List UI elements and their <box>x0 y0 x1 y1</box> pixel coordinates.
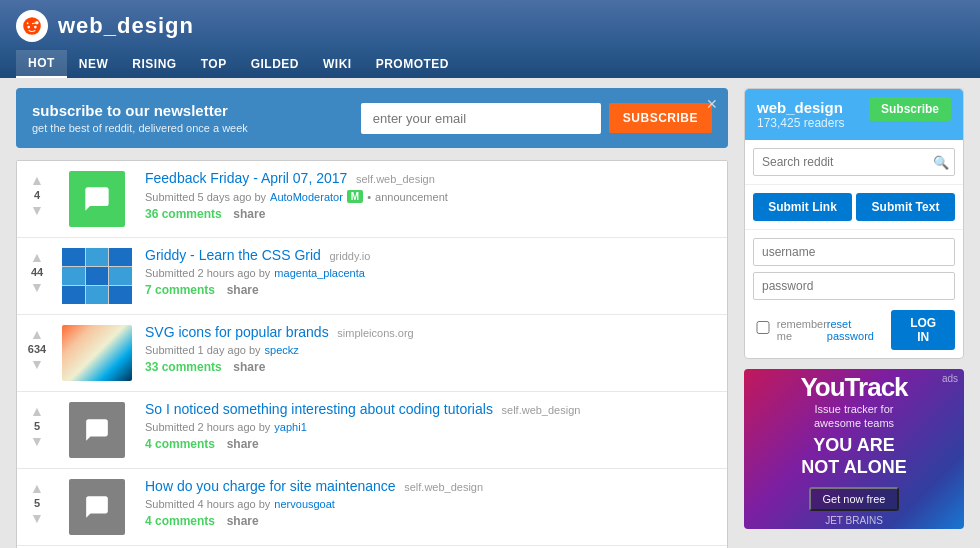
ad-brand: YouTrack <box>800 372 907 403</box>
post-body: SVG icons for popular brands simpleicons… <box>145 323 719 374</box>
sidebar: Subscribe web_design 173,425 readers 🔍 S… <box>744 88 964 548</box>
vote-column: ▲ 4 ▼ <box>17 169 57 217</box>
comments-link[interactable]: 4 comments <box>145 514 215 528</box>
post-tag: announcement <box>375 191 448 203</box>
author-name[interactable]: speckz <box>265 344 299 356</box>
ad-big-text: YOU ARE NOT ALONE <box>801 435 906 478</box>
remember-me-checkbox[interactable] <box>753 321 773 334</box>
post-item: ▲ 4 ▼ Feedback Friday - April 07, 2017 s… <box>17 161 727 238</box>
ad-cta-button[interactable]: Get now free <box>809 487 900 511</box>
password-input[interactable] <box>753 272 955 300</box>
post-meta: Submitted 2 hours ago by magenta_placent… <box>145 267 719 279</box>
comments-link[interactable]: 36 comments <box>145 207 222 221</box>
post-item: ▲ 5 ▼ How do you charge for site mainten… <box>17 469 727 546</box>
share-link[interactable]: share <box>233 360 265 374</box>
post-title[interactable]: Griddy - Learn the CSS Grid <box>145 247 321 263</box>
upvote-button[interactable]: ▲ <box>30 481 44 495</box>
post-title[interactable]: So I noticed something interesting about… <box>145 401 493 417</box>
upvote-button[interactable]: ▲ <box>30 173 44 187</box>
thumbnail <box>57 323 137 383</box>
submit-link-button[interactable]: Submit Link <box>753 193 852 221</box>
vote-count: 5 <box>34 497 40 509</box>
search-input[interactable] <box>753 148 955 176</box>
site-title: web_design <box>58 13 194 39</box>
self-post-thumb <box>69 402 125 458</box>
reset-password-link[interactable]: reset password <box>827 318 891 342</box>
share-link[interactable]: share <box>227 437 259 451</box>
downvote-button[interactable]: ▼ <box>30 280 44 294</box>
post-links: 33 comments share <box>145 359 719 374</box>
newsletter-text: subscribe to our newsletter get the best… <box>32 102 248 134</box>
downvote-button[interactable]: ▼ <box>30 434 44 448</box>
comments-link[interactable]: 33 comments <box>145 360 222 374</box>
comments-link[interactable]: 7 comments <box>145 283 215 297</box>
author-name[interactable]: yaphi1 <box>274 421 306 433</box>
submitted-text: Submitted 2 hours ago by <box>145 421 270 433</box>
svg-point-3 <box>34 26 37 29</box>
post-body: So I noticed something interesting about… <box>145 400 719 451</box>
vote-column: ▲ 5 ▼ <box>17 477 57 525</box>
submitted-text: Submitted 1 day ago by <box>145 344 261 356</box>
username-input[interactable] <box>753 238 955 266</box>
post-body: Griddy - Learn the CSS Grid griddy.io Su… <box>145 246 719 297</box>
submitted-text: Submitted 2 hours ago by <box>145 267 270 279</box>
downvote-button[interactable]: ▼ <box>30 203 44 217</box>
post-title[interactable]: How do you charge for site maintenance <box>145 478 396 494</box>
post-body: How do you charge for site maintenance s… <box>145 477 719 528</box>
newsletter-banner: subscribe to our newsletter get the best… <box>16 88 728 148</box>
close-icon[interactable]: ✕ <box>706 96 718 112</box>
nav-gilded[interactable]: GILDED <box>239 51 311 77</box>
share-link[interactable]: share <box>227 283 259 297</box>
vote-count: 4 <box>34 189 40 201</box>
login-button[interactable]: LOG IN <box>891 310 955 350</box>
post-title[interactable]: Feedback Friday - April 07, 2017 <box>145 170 347 186</box>
search-icon-button[interactable]: 🔍 <box>933 155 949 170</box>
svg-point-6 <box>27 22 29 24</box>
share-link[interactable]: share <box>233 207 265 221</box>
nav-promoted[interactable]: PROMOTED <box>364 51 461 77</box>
post-domain: self.web_design <box>356 173 435 185</box>
upvote-button[interactable]: ▲ <box>30 327 44 341</box>
vote-column: ▲ 44 ▼ <box>17 246 57 294</box>
thumbnail <box>57 169 137 229</box>
nav-bar: HOT NEW RISING TOP GILDED WIKI PROMOTED <box>16 50 964 78</box>
upvote-button[interactable]: ▲ <box>30 250 44 264</box>
post-meta: Submitted 5 days ago by AutoModerator M … <box>145 190 719 203</box>
ad-label: ads <box>942 373 958 384</box>
remember-me-label: remember me <box>753 318 827 342</box>
share-link[interactable]: share <box>227 514 259 528</box>
author-name[interactable]: magenta_placenta <box>274 267 365 279</box>
newsletter-email-input[interactable] <box>361 103 601 134</box>
author-name[interactable]: AutoModerator <box>270 191 343 203</box>
upvote-button[interactable]: ▲ <box>30 404 44 418</box>
login-form: remember me reset password LOG IN <box>745 229 963 358</box>
submit-text-button[interactable]: Submit Text <box>856 193 955 221</box>
post-domain: griddy.io <box>329 250 370 262</box>
subscribe-side-button[interactable]: Subscribe <box>869 97 951 121</box>
nav-wiki[interactable]: WIKI <box>311 51 364 77</box>
post-links: 4 comments share <box>145 513 719 528</box>
nav-hot[interactable]: HOT <box>16 50 67 78</box>
comments-link[interactable]: 4 comments <box>145 437 215 451</box>
subreddit-header: Subscribe web_design 173,425 readers <box>745 89 963 140</box>
self-post-thumb <box>69 171 125 227</box>
svg-point-2 <box>27 26 30 29</box>
post-item: ▲ 634 ▼ SVG icons for popular brands sim… <box>17 315 727 392</box>
nav-rising[interactable]: RISING <box>120 51 188 77</box>
post-domain: self.web_design <box>404 481 483 493</box>
thumbnail <box>57 477 137 537</box>
downvote-button[interactable]: ▼ <box>30 511 44 525</box>
downvote-button[interactable]: ▼ <box>30 357 44 371</box>
newsletter-heading: subscribe to our newsletter <box>32 102 248 119</box>
ad-banner: ads YouTrack Issue tracker for awesome t… <box>744 369 964 529</box>
newsletter-form: SUBSCRIBE <box>361 103 712 134</box>
nav-top[interactable]: TOP <box>189 51 239 77</box>
nav-new[interactable]: NEW <box>67 51 121 77</box>
vote-count: 634 <box>28 343 46 355</box>
css-grid-thumb <box>62 248 132 304</box>
post-domain: simpleicons.org <box>337 327 413 339</box>
post-title[interactable]: SVG icons for popular brands <box>145 324 329 340</box>
vote-column: ▲ 634 ▼ <box>17 323 57 371</box>
author-name[interactable]: nervousgoat <box>274 498 335 510</box>
subscribe-button[interactable]: SUBSCRIBE <box>609 103 712 133</box>
